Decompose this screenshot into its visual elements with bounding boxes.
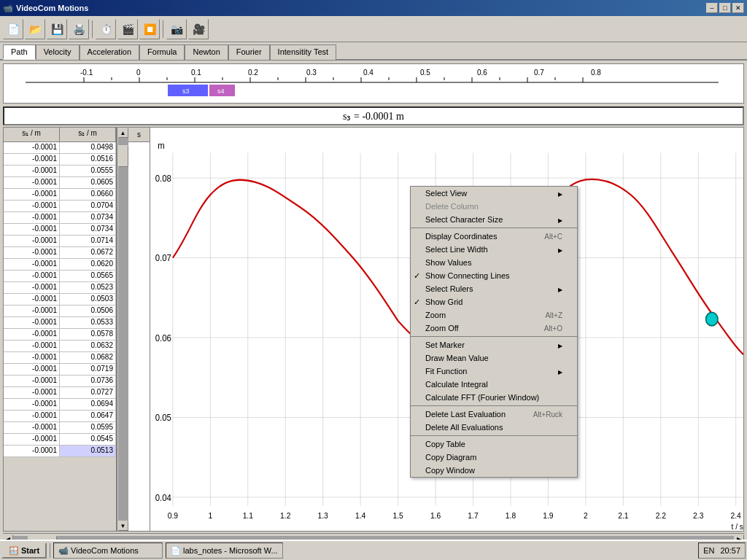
- menu-item-label: Delete Last Evaluation: [425, 410, 506, 419]
- menu-item-calculate-fft-(fourier-window)[interactable]: Calculate FFT (Fourier Window): [411, 391, 577, 404]
- taskbar-word[interactable]: 📄 labs_notes - Microsoft W...: [166, 542, 283, 559]
- menu-item-select-line-width[interactable]: Select Line Width: [411, 243, 577, 256]
- table-row: -0.00010.0672: [4, 247, 116, 259]
- table-row: -0.00010.0727: [4, 387, 116, 399]
- scroll-thumb[interactable]: [118, 145, 128, 167]
- tab-velocity[interactable]: Velocity: [36, 44, 80, 60]
- table-row: -0.00010.0578: [4, 329, 116, 341]
- table-row: -0.00010.0498: [4, 142, 116, 154]
- save-button[interactable]: 💾: [47, 19, 67, 39]
- video-button[interactable]: 🎥: [188, 19, 209, 39]
- svg-text:1.5: 1.5: [392, 510, 403, 520]
- ruler-area: -0.1 0 0.1 0.2 0.3 0.4 0.5 0.6 0.7 0.8: [3, 63, 744, 104]
- camera-button[interactable]: 📷: [166, 19, 187, 39]
- table-row: -0.00010.0555: [4, 166, 116, 177]
- menu-shortcut: Alt+Ruck: [533, 411, 562, 419]
- menu-item-show-connecting-lines[interactable]: Show Connecting Lines: [411, 269, 577, 282]
- menu-item-delete-all-evaluations[interactable]: Delete All Evaluations: [411, 421, 577, 434]
- cell-s2: 0.0503: [60, 294, 116, 305]
- start-icon: 🪟: [9, 546, 19, 556]
- time-values: [128, 142, 150, 531]
- scroll-down-button[interactable]: ▼: [118, 521, 128, 531]
- menu-item-label: Display Coordinates: [425, 232, 497, 241]
- cell-s2: 0.0714: [60, 236, 116, 246]
- scroll-track[interactable]: [118, 138, 128, 521]
- svg-text:0.5: 0.5: [420, 69, 430, 77]
- menu-item-select-character-size[interactable]: Select Character Size: [411, 213, 577, 226]
- table-row: -0.00010.0605: [4, 177, 116, 189]
- cell-s2: 0.0694: [60, 399, 116, 410]
- taskbar-videocom[interactable]: 📹 VideoCom Motions: [53, 542, 163, 559]
- cell-s2: 0.0523: [60, 282, 116, 293]
- tab-intensity[interactable]: Intensitity Test: [270, 44, 337, 60]
- menu-item-draw-mean-value[interactable]: Draw Mean Value: [411, 351, 577, 365]
- tab-acceleration[interactable]: Acceleration: [80, 44, 140, 60]
- table-row: -0.00010.0660: [4, 189, 116, 201]
- menu-item-copy-diagram[interactable]: Copy Diagram: [411, 451, 577, 464]
- svg-text:2.4: 2.4: [731, 510, 741, 520]
- menu-item-calculate-integral[interactable]: Calculate Integral: [411, 378, 577, 391]
- tab-fourier[interactable]: Fourier: [228, 44, 270, 60]
- table-row: -0.00010.0719: [4, 364, 116, 376]
- maximize-button[interactable]: □: [719, 3, 731, 13]
- cell-s2: 0.0727: [60, 387, 116, 398]
- table-row: -0.00010.0736: [4, 376, 116, 387]
- cell-s1: -0.0001: [4, 271, 60, 281]
- taskbar: 🪟 Start 📹 VideoCom Motions 📄 labs_notes …: [0, 540, 747, 560]
- menu-item-zoom[interactable]: ZoomAlt+Z: [411, 308, 577, 322]
- table-row: -0.00010.0516: [4, 154, 116, 166]
- menu-item-label: Show Grid: [425, 298, 462, 306]
- svg-text:s3: s3: [182, 88, 190, 95]
- table-body[interactable]: -0.00010.0498-0.00010.0516-0.00010.0555-…: [4, 142, 116, 531]
- cell-s2: 0.0734: [60, 224, 116, 235]
- menu-item-label: Select View: [425, 189, 467, 198]
- menu-item-label: Set Marker: [425, 341, 465, 349]
- cell-s1: -0.0001: [4, 399, 60, 410]
- scroll-up-button[interactable]: ▲: [118, 128, 128, 138]
- menu-item-copy-window[interactable]: Copy Window: [411, 464, 577, 477]
- start-button[interactable]: 🪟 Start: [1, 542, 47, 559]
- record-button[interactable]: 🎬: [117, 19, 138, 39]
- cell-s2: 0.0595: [60, 422, 116, 433]
- open-button[interactable]: 📂: [25, 19, 45, 39]
- clock: 20:57: [720, 546, 740, 555]
- context-menu: Select ViewDelete ColumnSelect Character…: [410, 186, 578, 478]
- menu-item-label: Zoom Off: [425, 324, 459, 332]
- menu-item-copy-table[interactable]: Copy Table: [411, 438, 577, 451]
- stop-button[interactable]: ⏹️: [139, 19, 160, 39]
- marker-dot[interactable]: [706, 312, 718, 325]
- menu-item-select-rulers[interactable]: Select Rulers: [411, 282, 577, 295]
- titlebar-controls: – □ ✕: [706, 3, 744, 13]
- svg-text:0.9: 0.9: [168, 510, 178, 520]
- menu-item-set-marker[interactable]: Set Marker: [411, 338, 577, 351]
- menu-item-delete-last-evaluation[interactable]: Delete Last EvaluationAlt+Ruck: [411, 408, 577, 421]
- tab-path[interactable]: Path: [3, 44, 36, 60]
- print-button[interactable]: 🖨️: [69, 19, 89, 39]
- minimize-button[interactable]: –: [706, 3, 718, 13]
- table-row: -0.00010.0734: [4, 212, 116, 224]
- cell-s2: 0.0672: [60, 247, 116, 258]
- menu-item-fit-function[interactable]: Fit Function: [411, 365, 577, 378]
- menu-item-show-values[interactable]: Show Values: [411, 256, 577, 269]
- close-button[interactable]: ✕: [732, 3, 744, 13]
- menu-item-show-grid[interactable]: Show Grid: [411, 295, 577, 308]
- menu-item-select-view[interactable]: Select View: [411, 187, 577, 200]
- settings-button[interactable]: ⏱️: [96, 19, 116, 39]
- new-button[interactable]: 📄: [3, 19, 23, 39]
- tab-newton[interactable]: Newton: [185, 44, 228, 60]
- menu-item-display-coordinates[interactable]: Display CoordinatesAlt+C: [411, 230, 577, 243]
- menu-item-zoom-off[interactable]: Zoom OffAlt+O: [411, 322, 577, 335]
- table-row: -0.00010.0506: [4, 306, 116, 317]
- submenu-arrow-icon: [551, 341, 562, 349]
- time-col: s: [128, 128, 150, 531]
- svg-text:0.07: 0.07: [155, 253, 171, 264]
- menu-item-label: Show Connecting Lines: [425, 271, 510, 280]
- v-scrollbar[interactable]: ▲ ▼: [117, 128, 128, 531]
- app-icon: 📹: [3, 4, 13, 13]
- menu-item-label: Select Character Size: [425, 215, 503, 224]
- cell-s1: -0.0001: [4, 387, 60, 398]
- menu-item-label: Delete Column: [425, 202, 479, 211]
- tab-formula[interactable]: Formula: [139, 44, 185, 60]
- svg-text:0.06: 0.06: [155, 332, 171, 343]
- submenu-arrow-icon: [551, 215, 562, 224]
